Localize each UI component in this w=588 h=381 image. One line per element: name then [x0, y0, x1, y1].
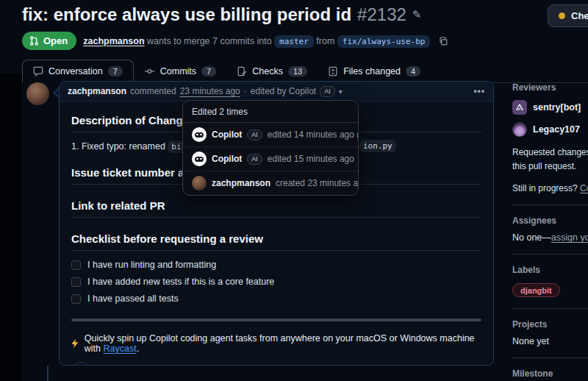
comment-author-link[interactable]: zachpmanson	[68, 86, 126, 96]
copilot-avatar-icon	[192, 152, 207, 166]
pr-meta-row: Open zachpmanson wants to merge 7 commit…	[22, 32, 588, 50]
section-title: Projects	[512, 319, 588, 330]
head-branch-label[interactable]: fix/always-use-bp	[337, 35, 431, 48]
comment-action-text: commented	[130, 86, 176, 96]
heading-checklist: Checklist before requesting a review	[71, 232, 481, 251]
status-badge: Open	[22, 32, 76, 50]
assign-yourself-link[interactable]: assign yourself	[551, 232, 588, 243]
add-reaction-button[interactable]	[71, 362, 90, 366]
task-item: I have added new tests if this is a core…	[71, 277, 481, 287]
section-title: Reviewers	[512, 82, 588, 93]
requested-changes-note: Requested changes must be addressed to m…	[512, 146, 588, 174]
edit-history-dropdown: Edited 2 times Copilot AI edited 14 minu…	[182, 100, 359, 196]
promo-text: Quickly spin up Copilot coding agent tas…	[85, 333, 475, 354]
heading-link-pr: Link to related PR	[71, 199, 481, 218]
label-djangbit[interactable]: djangbit	[512, 283, 560, 297]
chevron-down-icon[interactable]: ▾	[339, 88, 343, 96]
tab-label: Files changed	[343, 66, 401, 76]
sidebar-section-milestone: Milestone No milestone	[512, 368, 588, 381]
copy-branch-icon[interactable]	[438, 36, 448, 46]
task-label: I have added new tests if this is a core…	[87, 277, 274, 287]
tab-conversation[interactable]: Conversation 7	[22, 60, 134, 83]
reviewer-row[interactable]: sentry[bot]	[512, 100, 588, 115]
comment-caret	[53, 88, 59, 98]
pr-title-row: fix: enforce always use billing period i…	[22, 4, 588, 25]
copilot-avatar-icon	[192, 127, 207, 142]
section-title: Assignees	[512, 216, 588, 226]
list-item-text: 1. Fixed typo: renamed	[71, 141, 168, 152]
checks-status-label: Check	[571, 10, 588, 21]
sidebar-section-labels: Labels djangbit	[512, 265, 588, 309]
edit-history-item[interactable]: Copilot AI edited 15 minutes ago	[183, 147, 358, 171]
tab-counter: 7	[201, 66, 216, 76]
edit-title-icon[interactable]: ✎	[412, 8, 422, 21]
edit-time-text: edited 14 minutes ago (most recent)	[268, 129, 359, 140]
checkbox[interactable]	[71, 260, 81, 270]
section-title: Milestone	[512, 368, 588, 379]
comment-header: zachpmanson commented 23 minutes ago · e…	[60, 82, 493, 102]
tab-label: Checks	[252, 66, 283, 76]
zap-icon	[71, 338, 79, 349]
edited-separator: ·	[244, 86, 247, 96]
comment-icon	[33, 66, 43, 76]
avatar	[512, 122, 527, 137]
edit-history-item[interactable]: Copilot AI edited 14 minutes ago (most r…	[183, 123, 358, 147]
pr-title: fix: enforce always use billing period i…	[22, 4, 351, 25]
sentry-avatar-icon	[512, 100, 527, 115]
task-item: I have run linting and formatting	[71, 260, 481, 270]
ai-badge: AI	[320, 86, 335, 97]
tab-counter: 13	[288, 66, 307, 76]
checkbox[interactable]	[71, 277, 81, 287]
task-item: I have passed all tests	[71, 293, 481, 304]
from-word: from	[316, 36, 334, 46]
pr-author-link[interactable]: zachpmanson	[83, 36, 144, 46]
edited-by-text: edited by Copilot	[251, 86, 316, 96]
tab-files-changed[interactable]: Files changed 4	[318, 60, 431, 82]
pr-tab-bar: Conversation 7 Commits 7 Checks 13 Files…	[22, 60, 588, 83]
checklist-icon	[237, 66, 247, 76]
avatar[interactable]	[26, 82, 49, 105]
raycast-link[interactable]: Raycast	[103, 343, 136, 354]
sidebar-section-reviewers: Reviewers sentry[bot] Legacy107 Requeste…	[512, 82, 588, 205]
copilot-promo-row: Quickly spin up Copilot coding agent tas…	[71, 333, 481, 354]
still-in-progress-row: Still in progress? Convert to draft	[512, 183, 588, 193]
tab-commits[interactable]: Commits 7	[134, 60, 226, 82]
convert-to-draft-link[interactable]: Convert to draft	[580, 183, 588, 193]
reviewer-name: sentry[bot]	[533, 102, 581, 113]
editor-name: Copilot	[212, 129, 242, 140]
sidebar-section-assignees: Assignees No one—assign yourself	[512, 216, 588, 254]
pending-status-dot-icon	[559, 13, 565, 19]
edit-time-text: edited 15 minutes ago	[268, 154, 354, 164]
assignees-empty-row: No one—assign yourself	[512, 232, 588, 243]
timeline-line	[47, 366, 49, 381]
tab-counter: 4	[406, 66, 420, 76]
ai-badge: AI	[247, 129, 262, 140]
editor-name: Copilot	[212, 154, 242, 164]
ai-badge: AI	[247, 154, 262, 165]
file-diff-icon	[328, 66, 338, 76]
edit-history-item[interactable]: zachpmanson created 23 minutes ago	[183, 171, 358, 195]
tab-checks[interactable]: Checks 13	[226, 60, 318, 82]
avatar	[192, 176, 207, 190]
pr-sidebar: Reviewers sentry[bot] Legacy107 Requeste…	[512, 82, 588, 381]
markdown-divider	[71, 318, 481, 321]
checks-status-button[interactable]: Check	[548, 4, 588, 27]
merge-meta-text: wants to merge 7 commits into	[147, 36, 272, 46]
task-label: I have passed all tests	[87, 293, 179, 304]
section-title: Labels	[512, 265, 588, 275]
comment-timestamp-link[interactable]: 23 minutes ago	[180, 86, 240, 96]
pr-number: #2132	[357, 4, 406, 25]
base-branch-label[interactable]: master	[274, 35, 314, 48]
still-in-progress-text: Still in progress?	[512, 183, 580, 193]
tab-label: Commits	[160, 66, 196, 76]
kebab-menu-icon[interactable]: •••	[473, 86, 485, 96]
reviewer-name: Legacy107	[533, 124, 580, 135]
editor-name: zachpmanson	[212, 178, 270, 188]
projects-empty-text: None yet	[512, 336, 588, 346]
promo-suffix: .	[137, 343, 139, 354]
edit-history-title: Edited 2 times	[183, 101, 358, 123]
task-label: I have run linting and formatting	[87, 260, 216, 270]
sidebar-section-projects: Projects None yet	[512, 319, 588, 358]
reviewer-row[interactable]: Legacy107	[512, 122, 588, 137]
checkbox[interactable]	[71, 294, 81, 304]
